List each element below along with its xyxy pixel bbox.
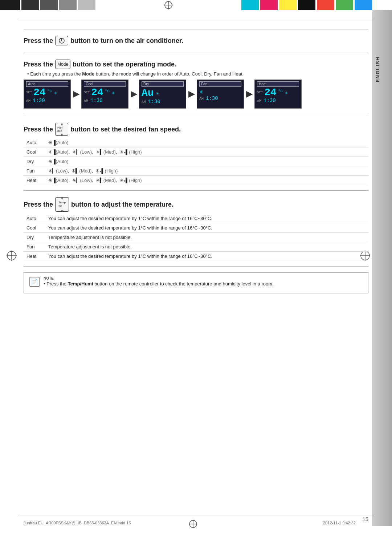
mode-heat: Heat bbox=[24, 176, 45, 185]
temp-desc-heat: You can adjust the desired temperature b… bbox=[45, 252, 368, 261]
temp-mode-dry: Dry bbox=[24, 233, 45, 242]
note-box: 📄 NOTE • Press the Temp/Humi button on t… bbox=[24, 272, 368, 293]
temp-desc-fan: Temperature adjustment is not possible. bbox=[45, 242, 368, 252]
mode-display-fan: Fan ✳ AM 1:30 bbox=[197, 80, 244, 109]
mode-fan: Fan bbox=[24, 166, 45, 176]
section4-prefix: Press the bbox=[24, 201, 53, 208]
table-row: Cool You can adjust the desired temperat… bbox=[24, 223, 368, 233]
mode-display-cool: Cool SET 24 °C ✳ AM 1:30 bbox=[81, 80, 128, 109]
main-content: Press the button to turn on the air cond… bbox=[24, 29, 368, 507]
fan-speeds-fan: ✳▏(Low), ✳▍(Med), ✳●▌(High) bbox=[45, 166, 368, 176]
section-operating-mode: Press the Mode button to set the operati… bbox=[24, 53, 368, 116]
note-text: • Press the Temp/Humi button on the remo… bbox=[44, 281, 274, 287]
fan-speed-table: Auto ✳▐(Auto) Cool ✳▐(Auto), ✳▏(Low), ✳▍… bbox=[24, 138, 368, 185]
section2-title: Press the Mode button to set the operati… bbox=[24, 60, 368, 69]
fan-speeds-heat: ✳▐(Auto), ✳▏(Low), ✳▍(Med), ✳●▌(High) bbox=[45, 176, 368, 185]
section-fan-speed: Press the ∧ Fan min ∨ button to set the … bbox=[24, 116, 368, 191]
temp-desc-dry: Temperature adjustment is not possible. bbox=[45, 233, 368, 242]
mode-dry: Dry bbox=[24, 157, 45, 166]
section1-suffix: button to turn on the air conditioner. bbox=[70, 37, 183, 45]
bottom-rule bbox=[18, 516, 374, 516]
temp-mode-heat: Heat bbox=[24, 252, 45, 261]
arrow-3: ▶ bbox=[188, 89, 195, 99]
table-row: Fan Temperature adjustment is not possib… bbox=[24, 242, 368, 252]
svg-text:📄: 📄 bbox=[31, 278, 38, 285]
section4-suffix: button to adjust the temperature. bbox=[71, 201, 173, 208]
auto-label: Auto bbox=[26, 81, 68, 87]
fan-speeds-dry: ✳▐(Auto) bbox=[45, 157, 368, 166]
table-row: Cool ✳▐(Auto), ✳▏(Low), ✳▍(Med), ✳●▌(Hig… bbox=[24, 147, 368, 157]
section1-title: Press the button to turn on the air cond… bbox=[24, 36, 368, 45]
auto-temp: 24 bbox=[33, 88, 46, 98]
temp-mode-auto: Auto bbox=[24, 214, 45, 223]
section-temperature: Press the + Tempfor − button to adjust t… bbox=[24, 191, 368, 267]
mode-button-icon: Mode bbox=[55, 60, 70, 69]
note-content: NOTE • Press the Temp/Humi button on the… bbox=[44, 276, 274, 287]
table-row: Auto ✳▐(Auto) bbox=[24, 138, 368, 147]
fan-speeds-auto: ✳▐(Auto) bbox=[45, 138, 368, 147]
temp-desc-auto: You can adjust the desired temperature b… bbox=[45, 214, 368, 223]
mode-displays-row: Auto SET 24 °C ✳ AM 1:30 ▶ Cool SET 2 bbox=[24, 80, 368, 109]
heat-label: Heat bbox=[257, 81, 299, 87]
dry-label: Dry bbox=[142, 81, 184, 87]
mode-display-dry: Dry Au ✳ AM 1:30 bbox=[139, 80, 186, 109]
mode-auto: Auto bbox=[24, 138, 45, 147]
footer-text-right: 2012-11-1 9:42:32 bbox=[323, 521, 356, 525]
section2-suffix: button to set the operating mode. bbox=[73, 61, 176, 68]
section3-title: Press the ∧ Fan min ∨ button to set the … bbox=[24, 123, 368, 136]
cool-label: Cool bbox=[84, 81, 126, 87]
arrow-4: ▶ bbox=[246, 89, 252, 99]
heat-temp: 24 bbox=[264, 88, 277, 98]
section1-prefix: Press the bbox=[24, 37, 53, 45]
table-row: Dry Temperature adjustment is not possib… bbox=[24, 233, 368, 242]
top-rule bbox=[18, 20, 374, 20]
reg-mark-bottom bbox=[189, 520, 197, 529]
power-button-icon bbox=[55, 36, 68, 45]
sidebar-strip bbox=[372, 10, 392, 526]
table-row: Heat ✳▐(Auto), ✳▏(Low), ✳▍(Med), ✳●▌(Hig… bbox=[24, 176, 368, 185]
table-row: Dry ✳▐(Auto) bbox=[24, 157, 368, 166]
cool-temp: 24 bbox=[91, 88, 103, 98]
section3-suffix: button to set the desired fan speed. bbox=[70, 126, 181, 133]
temp-mode-cool: Cool bbox=[24, 223, 45, 233]
fan-label: Fan bbox=[199, 81, 241, 87]
arrow-1: ▶ bbox=[73, 89, 79, 99]
footer-text-left: Junfrau EU_AR09FSSK&Y@_IB_DB68-03363A_EN… bbox=[24, 521, 131, 525]
section3-prefix: Press the bbox=[24, 126, 53, 133]
table-row: Auto You can adjust the desired temperat… bbox=[24, 214, 368, 223]
english-sidebar-label: ENGLISH bbox=[375, 56, 380, 82]
mode-cool: Cool bbox=[24, 147, 45, 157]
note-label: NOTE bbox=[44, 276, 274, 280]
section2-prefix: Press the bbox=[24, 61, 53, 68]
temp-button-icon: + Tempfor − bbox=[55, 197, 69, 212]
table-row: Heat You can adjust the desired temperat… bbox=[24, 252, 368, 261]
note-icon: 📄 bbox=[29, 276, 40, 289]
temperature-table: Auto You can adjust the desired temperat… bbox=[24, 214, 368, 261]
reg-mark-left bbox=[7, 251, 17, 262]
mode-display-heat: Heat SET 24 °C ✳ AM 1:30 bbox=[254, 80, 302, 109]
fan-speed-button-icon: ∧ Fan min ∨ bbox=[55, 123, 68, 136]
fan-speeds-cool: ✳▐(Auto), ✳▏(Low), ✳▍(Med), ✳●▌(High) bbox=[45, 147, 368, 157]
section4-title: Press the + Tempfor − button to adjust t… bbox=[24, 197, 368, 212]
arrow-2: ▶ bbox=[131, 89, 137, 99]
table-row: Fan ✳▏(Low), ✳▍(Med), ✳●▌(High) bbox=[24, 166, 368, 176]
section-power-on: Press the button to turn on the air cond… bbox=[24, 29, 368, 53]
temp-desc-cool: You can adjust the desired temperature b… bbox=[45, 223, 368, 233]
color-registration-bar bbox=[0, 0, 392, 10]
registration-mark-top bbox=[164, 1, 173, 9]
section2-bullet: • Each time you press the Mode button, t… bbox=[27, 71, 368, 77]
mode-display-auto: Auto SET 24 °C ✳ AM 1:30 bbox=[24, 80, 71, 109]
temp-mode-fan: Fan bbox=[24, 242, 45, 252]
page-number: 15 bbox=[362, 516, 368, 522]
